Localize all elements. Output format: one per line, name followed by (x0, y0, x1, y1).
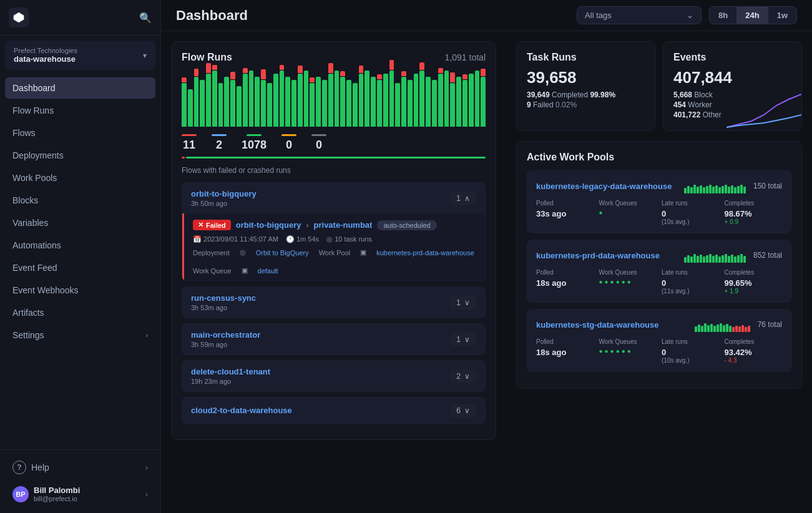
pool-bar-green (695, 326, 697, 332)
bar-green (261, 80, 266, 127)
queue-dots: ● ● ● ● ● ● (599, 348, 657, 354)
failed-indicator (182, 134, 197, 136)
flow-item-census-header[interactable]: run-census-sync 3h 53m ago 1 ∨ (182, 287, 485, 318)
pool-name[interactable]: kubernetes-prd-data-warehouse (536, 251, 660, 260)
help-button[interactable]: ? Help › (5, 455, 155, 480)
deployment-link[interactable]: Orbit to BigQuery (256, 249, 309, 256)
task-runs-title: Task Runs (527, 52, 645, 63)
bar-green (188, 89, 193, 127)
flow-expand-badge[interactable]: 1 ∧ (450, 192, 476, 205)
pool-bar-green (740, 254, 743, 263)
flow-count: 1 (456, 194, 461, 203)
sidebar-item-artifacts[interactable]: Artifacts (5, 302, 155, 323)
sidebar-item-work-pools[interactable]: Work Pools (5, 167, 155, 188)
sidebar-item-flow-runs[interactable]: Flow Runs (5, 100, 155, 121)
pool-bar-green (703, 256, 705, 263)
run-header: ✕ Failed orbit-to-bigquery › private-num… (193, 220, 476, 230)
bar-group (475, 71, 480, 127)
pool-late: Late runs 0 (10s avg.) (662, 338, 720, 364)
work-queue-link[interactable]: default (258, 267, 278, 275)
nav-list: Dashboard Flow Runs Flows Deployments Wo… (0, 75, 160, 449)
flow-item-delete-header[interactable]: delete-cloud1-tenant 19h 23m ago 2 ∨ (182, 361, 485, 391)
sidebar-item-flows[interactable]: Flows (5, 122, 155, 144)
pool-bar-green (697, 187, 699, 193)
bar-group (243, 68, 248, 127)
flow-item-orbit-header[interactable]: orbit-to-bigquery 3h 50m ago 1 ∧ (182, 183, 485, 213)
task-runs-card: Task Runs 39,658 39,649 Completed 99.98%… (516, 41, 655, 131)
right-panel: Task Runs 39,658 39,649 Completed 99.98%… (506, 31, 812, 513)
run-flow-name[interactable]: orbit-to-bigquery (236, 220, 301, 230)
pool-bar-green (690, 187, 693, 193)
work-pool-link[interactable]: kubernetes-prd-data-warehouse (376, 249, 474, 256)
sidebar-item-dashboard[interactable]: Dashboard (5, 77, 155, 99)
task-runs-total: 39,658 (527, 69, 645, 86)
sidebar-item-event-feed[interactable]: Event Feed (5, 257, 155, 278)
sidebar-item-variables[interactable]: Variables (5, 212, 155, 233)
flow-item-orchestrator: main-orchestrator 3h 59m ago 1 ∨ (182, 323, 486, 355)
time-24h-button[interactable]: 24h (736, 7, 768, 24)
pool-name[interactable]: kubernetes-stg-data-warehouse (536, 320, 659, 330)
bar-red (261, 69, 266, 79)
bar-group (438, 68, 443, 127)
user-profile-button[interactable]: BP Bill Palombi bill@prefect.io › (5, 480, 155, 508)
flow-expand-badge[interactable]: 6 ∨ (450, 404, 476, 418)
workspace-selector[interactable]: Prefect Technologies data-warehouse ▾ (5, 41, 155, 70)
flow-item-orchestrator-header[interactable]: main-orchestrator 3h 59m ago 1 ∨ (182, 324, 485, 354)
bar-red (182, 77, 187, 82)
stats-bar (182, 157, 486, 159)
bar-green (237, 86, 242, 127)
flow-expand-badge[interactable]: 1 ∨ (450, 296, 476, 310)
bar-group (444, 71, 449, 127)
flow-item-orbit: orbit-to-bigquery 3h 50m ago 1 ∧ ✕ (182, 182, 486, 281)
run-duration: 🕐 1m 54s (286, 235, 319, 243)
pool-bar-green (715, 185, 718, 193)
sidebar-item-deployments[interactable]: Deployments (5, 145, 155, 166)
tags-selector[interactable]: All tags ⌄ (577, 6, 702, 24)
pool-name[interactable]: kubernetes-legacy-data-warehouse (536, 182, 672, 191)
time-1w-button[interactable]: 1w (768, 7, 796, 24)
bar-group (285, 77, 290, 127)
flow-runs-chart (182, 71, 486, 127)
events-title: Events (673, 52, 791, 63)
bar-group (273, 74, 278, 127)
events-total: 407,844 (673, 69, 791, 86)
bar-green (395, 83, 400, 127)
flow-item-census: run-census-sync 3h 53m ago 1 ∨ (182, 286, 486, 318)
main-content: Dashboard All tags ⌄ 8h 24h 1w Flow Runs… (161, 0, 812, 513)
chevron-down-icon: ∨ (464, 372, 470, 381)
sidebar-item-settings[interactable]: Settings › (5, 325, 155, 346)
flow-expand-badge[interactable]: 1 ∨ (450, 333, 476, 346)
pool-bar-green (701, 326, 703, 332)
bar-green (340, 77, 345, 127)
flow-expand-badge[interactable]: 2 ∨ (450, 369, 476, 383)
pool-bar-green (684, 188, 687, 193)
bar-red (206, 63, 211, 73)
sidebar-item-event-webhooks[interactable]: Event Webhooks (5, 280, 155, 301)
bar-group (462, 74, 467, 127)
bar-green (212, 71, 217, 127)
flow-item-cloud2-header[interactable]: cloud2-to-data-warehouse 6 ∨ (182, 398, 485, 424)
pool-bar-red (738, 326, 741, 332)
bar-red (328, 63, 333, 73)
pool-bar-green (715, 255, 718, 263)
flow-count: 1 (456, 298, 461, 307)
tags-selector-text: All tags (585, 11, 683, 20)
flow-name: cloud2-to-data-warehouse (191, 406, 450, 415)
bar-red (438, 68, 443, 73)
run-subflow-name[interactable]: private-numbat (314, 220, 373, 230)
pending-count: 0 (286, 139, 292, 152)
pool-bar-green (718, 187, 721, 193)
stat-completed: 1078 (242, 134, 267, 152)
pool-bar-green (737, 186, 740, 193)
page-title: Dashboard (176, 7, 569, 24)
chevron-down-icon: ▾ (143, 51, 147, 60)
user-email: bill@prefect.io (34, 495, 140, 502)
run-detail: ✕ Failed orbit-to-bigquery › private-num… (182, 213, 485, 281)
work-pool-icon: ▣ (360, 248, 366, 256)
bar-group (206, 63, 211, 127)
sidebar-item-blocks[interactable]: Blocks (5, 190, 155, 211)
search-button[interactable]: 🔍 (139, 12, 152, 24)
pool-bar-green (743, 187, 746, 193)
sidebar-item-automations[interactable]: Automations (5, 235, 155, 256)
time-8h-button[interactable]: 8h (710, 7, 736, 24)
